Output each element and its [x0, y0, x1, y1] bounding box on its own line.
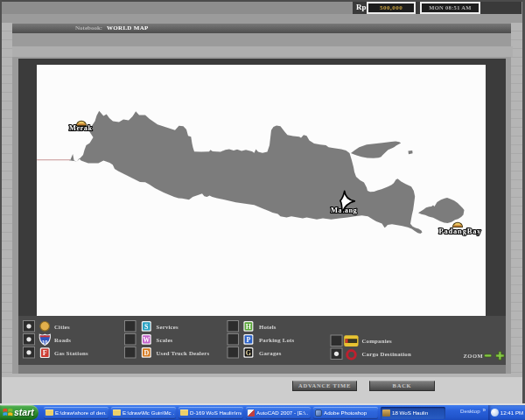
svg-text:Scales: Scales	[157, 337, 173, 343]
svg-text:10: 10	[42, 340, 47, 345]
svg-text:Used Truck Dealers: Used Truck Dealers	[157, 350, 210, 356]
svg-text:Services: Services	[157, 324, 179, 330]
svg-text:Hotels: Hotels	[259, 324, 276, 330]
svg-text:Cargo Destination: Cargo Destination	[362, 351, 411, 357]
svg-text:P: P	[246, 336, 250, 344]
svg-text:Parking Lots: Parking Lots	[259, 337, 295, 343]
svg-text:PadangBay: PadangBay	[439, 227, 482, 235]
svg-text:F: F	[43, 349, 47, 357]
svg-text:Garages: Garages	[259, 350, 282, 356]
svg-text:ZOOM: ZOOM	[464, 353, 484, 359]
svg-text:D: D	[144, 349, 149, 357]
svg-text:Roads: Roads	[54, 337, 71, 343]
svg-text:Merak: Merak	[69, 123, 93, 132]
svg-text:G: G	[246, 349, 251, 357]
svg-text:Cities: Cities	[54, 324, 70, 330]
svg-text:Companies: Companies	[362, 338, 392, 344]
svg-text:Gas Stations: Gas Stations	[54, 350, 88, 356]
svg-text:S: S	[144, 323, 149, 331]
svg-text:H: H	[246, 323, 252, 331]
svg-text:W: W	[144, 336, 150, 344]
